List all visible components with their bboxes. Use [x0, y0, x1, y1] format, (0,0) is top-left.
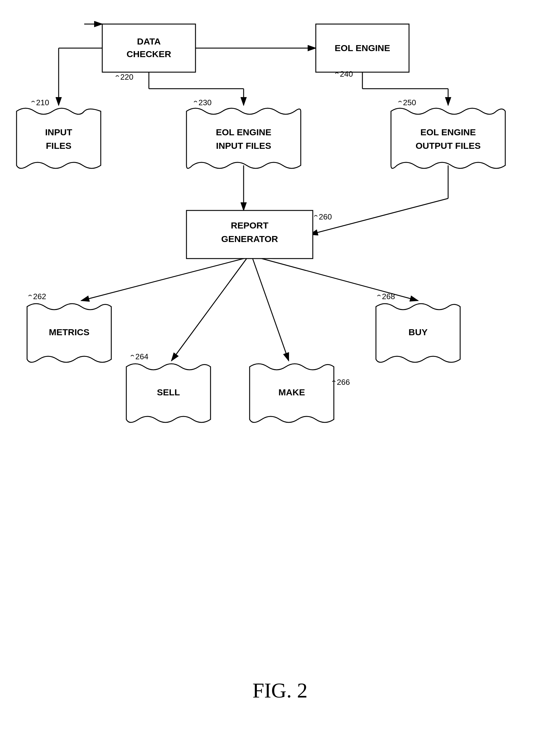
eol-output-files-label2: OUTPUT FILES	[416, 141, 481, 151]
eol-input-files-label2: INPUT FILES	[216, 141, 271, 151]
diagram: DATA CHECKER 220 EOL ENGINE 240 INPUT FI…	[0, 0, 560, 742]
metrics-ref: 262	[33, 292, 46, 301]
buy-label: BUY	[408, 327, 427, 337]
svg-line-17	[253, 259, 289, 361]
metrics-node: METRICS 262	[27, 292, 111, 362]
make-node: MAKE 266	[250, 364, 350, 422]
eol-engine-node: EOL ENGINE 240	[316, 24, 409, 78]
input-files-label-line1: INPUT	[45, 127, 72, 137]
report-gen-label2: GENERATOR	[221, 234, 278, 244]
eol-engine-input-files-node: EOL ENGINE INPUT FILES 230	[187, 98, 301, 168]
svg-line-15	[81, 259, 244, 301]
figure-label: FIG. 2	[253, 679, 308, 702]
data-checker-ref: 220	[120, 72, 133, 82]
eol-input-files-label1: EOL ENGINE	[216, 127, 271, 137]
eol-input-files-ref: 230	[199, 98, 211, 107]
data-checker-label-line2: CHECKER	[126, 49, 171, 59]
buy-ref: 268	[382, 292, 395, 301]
eol-output-files-ref: 250	[403, 98, 416, 107]
input-files-label-line2: FILES	[46, 141, 71, 151]
svg-rect-19	[102, 24, 196, 72]
data-checker-label-line1: DATA	[137, 36, 161, 46]
eol-engine-label: EOL ENGINE	[335, 43, 390, 53]
eol-engine-ref: 240	[340, 69, 353, 78]
eol-output-files-label1: EOL ENGINE	[420, 127, 476, 137]
make-ref: 266	[337, 378, 350, 387]
input-files-ref: 210	[36, 98, 49, 107]
input-files-node: INPUT FILES 210	[16, 98, 101, 168]
report-generator-node: REPORT GENERATOR 260	[187, 210, 332, 259]
sell-ref: 264	[135, 352, 148, 361]
buy-node: BUY 268	[376, 292, 460, 362]
make-label: MAKE	[278, 387, 305, 397]
report-gen-ref: 260	[319, 212, 332, 221]
report-gen-label1: REPORT	[231, 220, 268, 230]
sell-label: SELL	[157, 387, 180, 397]
sell-node: SELL 264	[126, 352, 210, 422]
eol-engine-output-files-node: EOL ENGINE OUTPUT FILES 250	[391, 98, 505, 168]
metrics-label: METRICS	[49, 327, 90, 337]
